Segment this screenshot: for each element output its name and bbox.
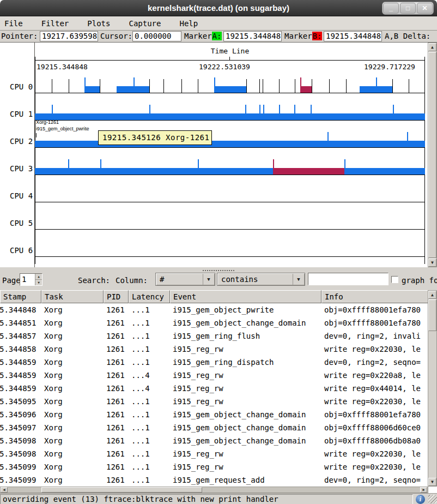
search-input[interactable] [308, 273, 389, 285]
graph-scrollbar-thumb[interactable] [428, 52, 436, 258]
menu-help[interactable]: Help [179, 19, 198, 28]
task-bar[interactable] [214, 86, 246, 93]
cell-latency: ...4 [129, 369, 170, 382]
cpu-lane[interactable] [35, 104, 425, 120]
scroll-down-icon[interactable]: ▼ [428, 478, 436, 486]
marker-bar: Pointer: 19217.639598 Cursor: 0.000000 M… [0, 31, 437, 43]
table-row[interactable]: 5.345096Xorg1261...1i915_gem_object_chan… [0, 408, 428, 421]
menu-file[interactable]: File [4, 19, 23, 28]
column-header-latency[interactable]: Latency [129, 290, 170, 303]
table-row[interactable]: 5.344857Xorg1261...1i915_gem_ring_flushd… [0, 329, 428, 343]
timeline-title: Time Line [35, 47, 425, 55]
marker-a-badge[interactable]: A: [212, 32, 222, 40]
event-tick [263, 79, 263, 93]
scroll-up-icon[interactable]: ▲ [428, 43, 436, 51]
cpu-baseline [35, 147, 425, 148]
event-tick [279, 79, 280, 93]
table-row[interactable]: 5.345098Xorg1261...1i915_gem_object_chan… [0, 434, 428, 447]
pointer-value: 19217.639598 [40, 31, 98, 41]
task-bar[interactable] [273, 168, 344, 175]
column-header-pid[interactable]: PID [104, 290, 129, 303]
cell-stamp: 5.345098 [0, 434, 41, 447]
cpu-lane[interactable] [35, 76, 425, 93]
scroll-down-icon[interactable]: ▼ [428, 259, 436, 267]
menu-filter[interactable]: Filter [41, 19, 69, 28]
graph-vertical-scrollbar[interactable]: ▲ ▼ [428, 43, 437, 267]
table-horizontal-scrollbar[interactable]: ◀ ▶ [0, 487, 428, 493]
table-row[interactable]: 5.345099Xorg1261...1i915_gem_request_add… [0, 473, 428, 487]
page-spinner[interactable]: 1 ▲ ▼ [20, 273, 43, 286]
cpu-lane[interactable] [35, 213, 425, 229]
hscrollbar-thumb[interactable] [41, 487, 202, 493]
cell-info: write reg=0x220a8, le [321, 369, 428, 382]
table-scrollbar-thumb[interactable] [428, 299, 436, 331]
table-row[interactable]: 5.344859Xorg1261...4i915_reg_rwwrite reg… [0, 369, 428, 382]
event-tick [52, 79, 52, 93]
task-bar[interactable] [35, 141, 425, 147]
maximize-icon[interactable]: □ [400, 3, 416, 14]
graph-follows-checkbox[interactable] [391, 276, 398, 283]
cell-event: i915_reg_rw [170, 369, 321, 382]
table-row[interactable]: 5.344858Xorg1261...1i915_reg_rwwrite reg… [0, 343, 428, 356]
cpu-lane[interactable] [35, 131, 425, 147]
event-tick [149, 105, 150, 120]
table-vertical-scrollbar[interactable]: ▲ ▼ [428, 290, 437, 487]
menu-capture[interactable]: Capture [129, 19, 161, 28]
table-row[interactable]: 5.344851Xorg1261...1i915_gem_object_chan… [0, 316, 428, 329]
cpu-lane[interactable] [35, 158, 425, 175]
menu-plots[interactable]: Plots [87, 19, 110, 28]
cell-latency: ...1 [129, 356, 170, 369]
table-row[interactable]: 5.345098Xorg1261...1i915_reg_rwwrite reg… [0, 447, 428, 460]
event-tick [273, 159, 274, 175]
resize-grip[interactable] [428, 495, 437, 503]
spin-down-icon[interactable]: ▼ [35, 279, 42, 285]
cell-stamp: 5.345099 [0, 473, 41, 487]
menu-bar: File Filter Plots Capture Help [0, 16, 437, 31]
table-row[interactable]: 5.344848Xorg1261...1i915_gem_object_pwri… [0, 303, 428, 316]
cell-info: obj=0xffff88001efa780 [321, 303, 428, 316]
cpu-lane[interactable] [35, 240, 425, 256]
marker-b-label: Marker [284, 32, 312, 40]
table-row[interactable]: 5.344859Xorg1261...1i915_gem_ring_dispat… [0, 356, 428, 369]
info-icon[interactable]: i [416, 495, 425, 504]
scroll-up-icon[interactable]: ▲ [428, 291, 436, 299]
table-row[interactable]: 5.345099Xorg1261...1i915_reg_rwwrite reg… [0, 460, 428, 473]
event-tick [100, 159, 101, 175]
minimize-icon[interactable]: _ [383, 3, 399, 14]
table-row[interactable]: 5.344859Xorg1261...4i915_reg_rwwrite reg… [0, 382, 428, 395]
task-bar[interactable] [117, 86, 149, 93]
timeline-graph[interactable]: Time Line 19215.344848 19222.531039 1922… [0, 43, 437, 267]
scroll-left-icon[interactable]: ◀ [1, 487, 8, 493]
match-select[interactable]: contains ▼ [217, 273, 305, 286]
close-icon[interactable]: ✕ [417, 3, 433, 14]
table-row[interactable]: 5.345095Xorg1261...1i915_reg_rwwrite reg… [0, 395, 428, 408]
column-header-info[interactable]: Info [321, 290, 428, 303]
cell-info: write reg=0x22030, le [321, 343, 428, 356]
task-bar[interactable] [84, 86, 100, 93]
event-tick [181, 79, 182, 93]
scroll-right-icon[interactable]: ▶ [420, 487, 427, 493]
column-select[interactable]: # ▼ [155, 273, 215, 286]
column-header-task[interactable]: Task [41, 290, 104, 303]
cpu-label: CPU 5 [10, 219, 33, 227]
task-bar[interactable] [35, 113, 425, 120]
task-bar[interactable] [300, 86, 312, 93]
column-selected-value: # [160, 275, 164, 284]
cell-event: i915_gem_object_change_domain [170, 316, 321, 329]
spinner-arrows[interactable]: ▲ ▼ [35, 274, 42, 285]
graph-follows-label: graph follows [402, 276, 437, 285]
cell-pid: 1261 [104, 473, 129, 487]
task-bar[interactable] [35, 168, 425, 175]
cpu-baseline [35, 120, 425, 121]
cell-latency: ...1 [129, 473, 170, 487]
column-header-event[interactable]: Event [170, 290, 321, 303]
marker-a-label: Marker [184, 32, 212, 40]
cpu-lane[interactable] [35, 185, 425, 202]
table-row[interactable]: 5.345097Xorg1261...1i915_gem_object_chan… [0, 421, 428, 434]
cell-pid: 1261 [104, 356, 129, 369]
pane-splitter-handle[interactable] [203, 270, 234, 271]
marker-b-badge[interactable]: B: [312, 32, 322, 40]
column-header-stamp[interactable]: Stamp [0, 290, 41, 303]
spin-up-icon[interactable]: ▲ [35, 274, 42, 279]
cell-event: i915_gem_object_change_domain [170, 434, 321, 447]
